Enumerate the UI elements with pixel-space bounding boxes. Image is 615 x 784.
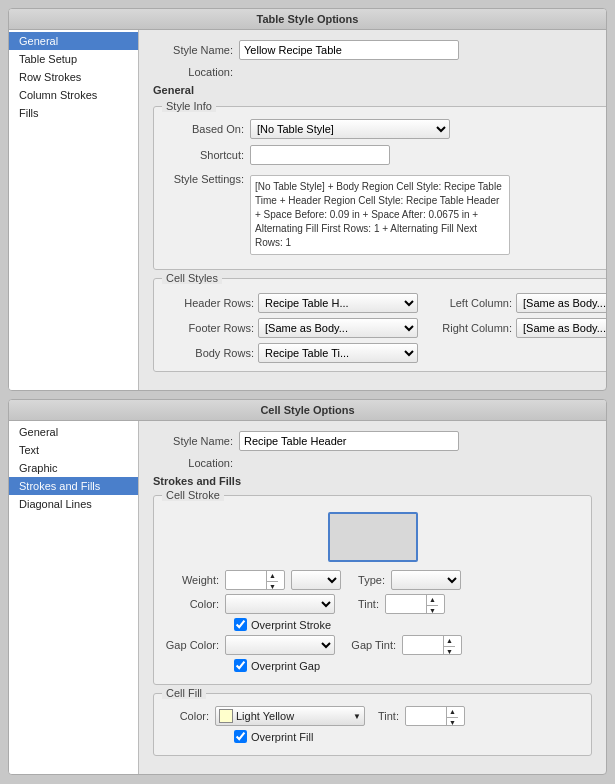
- sidebar-item-general[interactable]: General: [9, 32, 138, 50]
- shortcut-label: Shortcut:: [164, 149, 244, 161]
- sidebar-item-column-strokes[interactable]: Column Strokes: [9, 86, 138, 104]
- sidebar-item-table-setup[interactable]: Table Setup: [9, 50, 138, 68]
- fill-color-arrow-icon: ▼: [353, 712, 361, 721]
- cell-style-name-label: Style Name:: [153, 435, 233, 447]
- table-style-panel: Table Style Options General Table Setup …: [8, 8, 607, 391]
- stroke-preview: [328, 512, 418, 562]
- overprint-gap-label: Overprint Gap: [251, 660, 320, 672]
- style-name-row: Style Name:: [153, 40, 607, 60]
- cell-fill-group: Cell Fill Color: Light Yellow▼ Tint: ▲ ▼: [153, 693, 592, 756]
- gap-tint-label: Gap Tint:: [341, 639, 396, 651]
- fill-color-wrapper[interactable]: Light Yellow▼: [215, 706, 365, 726]
- overprint-fill-row: Overprint Fill: [234, 730, 581, 743]
- tint-arrows[interactable]: ▲ ▼: [426, 595, 438, 613]
- cell-sidebar-text[interactable]: Text: [9, 441, 138, 459]
- left-column-label: Left Column:: [422, 297, 512, 309]
- header-rows-select[interactable]: Recipe Table H...: [258, 293, 418, 313]
- style-info-title: Style Info: [162, 100, 216, 112]
- style-settings-row: Style Settings: [No Table Style] + Body …: [164, 171, 607, 255]
- weight-up-arrow[interactable]: ▲: [267, 571, 278, 582]
- weight-label: Weight:: [164, 574, 219, 586]
- gap-tint-arrows[interactable]: ▲ ▼: [443, 636, 455, 654]
- weight-down-arrow[interactable]: ▼: [267, 582, 278, 590]
- fill-tint-down-arrow[interactable]: ▼: [447, 718, 458, 726]
- gap-tint-down-arrow[interactable]: ▼: [444, 647, 455, 655]
- cell-stroke-group: Cell Stroke Weight: ▲ ▼: [153, 495, 592, 685]
- overprint-fill-label: Overprint Fill: [251, 731, 313, 743]
- weight-arrows[interactable]: ▲ ▼: [266, 571, 278, 589]
- cell-style-sidebar: General Text Graphic Strokes and Fills D…: [9, 421, 139, 774]
- stroke-preview-container: [164, 512, 581, 562]
- cell-sidebar-general[interactable]: General: [9, 423, 138, 441]
- tint-input[interactable]: [386, 595, 426, 613]
- cell-location-label: Location:: [153, 457, 233, 469]
- body-rows-label: Body Rows:: [164, 347, 254, 359]
- cell-sidebar-strokes-fills[interactable]: Strokes and Fills: [9, 477, 138, 495]
- header-rows-label: Header Rows:: [164, 297, 254, 309]
- type-select[interactable]: [391, 570, 461, 590]
- strokes-fills-heading: Strokes and Fills: [153, 475, 592, 487]
- tint-label: Tint:: [341, 598, 379, 610]
- tint-up-arrow[interactable]: ▲: [427, 595, 438, 606]
- overprint-stroke-checkbox[interactable]: [234, 618, 247, 631]
- overprint-stroke-row: Overprint Stroke: [234, 618, 581, 631]
- cell-styles-group: Cell Styles Header Rows: Recipe Table H.…: [153, 278, 607, 372]
- cell-style-name-row: Style Name:: [153, 431, 592, 451]
- body-rows-select[interactable]: Recipe Table Ti...: [258, 343, 418, 363]
- fill-tint-arrows[interactable]: ▲ ▼: [446, 707, 458, 725]
- right-column-select[interactable]: [Same as Body...: [516, 318, 607, 338]
- footer-rows-label: Footer Rows:: [164, 322, 254, 334]
- shortcut-input[interactable]: [250, 145, 390, 165]
- color-select[interactable]: [225, 594, 335, 614]
- fill-tint-up-arrow[interactable]: ▲: [447, 707, 458, 718]
- gap-color-select[interactable]: [225, 635, 335, 655]
- sidebar-item-fills[interactable]: Fills: [9, 104, 138, 122]
- cell-fill-title: Cell Fill: [162, 687, 206, 699]
- footer-rows-select[interactable]: [Same as Body...: [258, 318, 418, 338]
- fill-tint-spinner[interactable]: ▲ ▼: [405, 706, 465, 726]
- gap-color-label: Gap Color:: [164, 639, 219, 651]
- based-on-select[interactable]: [No Table Style]: [250, 119, 450, 139]
- fill-color-text: Light Yellow: [236, 710, 353, 722]
- style-name-label: Style Name:: [153, 44, 233, 56]
- cell-stroke-title: Cell Stroke: [162, 489, 224, 501]
- cell-sidebar-graphic[interactable]: Graphic: [9, 459, 138, 477]
- gap-tint-up-arrow[interactable]: ▲: [444, 636, 455, 647]
- style-settings-label: Style Settings:: [164, 173, 244, 185]
- cell-style-panel-title: Cell Style Options: [9, 400, 606, 421]
- fill-color-label: Color:: [164, 710, 209, 722]
- cell-styles-title: Cell Styles: [162, 272, 222, 284]
- fill-tint-label: Tint:: [371, 710, 399, 722]
- style-settings-value: [No Table Style] + Body Region Cell Styl…: [250, 175, 510, 255]
- overprint-gap-row: Overprint Gap: [234, 659, 581, 672]
- based-on-label: Based On:: [164, 123, 244, 135]
- cell-style-main: Style Name: Location: Strokes and Fills …: [139, 421, 606, 774]
- right-column-label: Right Column:: [422, 322, 512, 334]
- gap-tint-input[interactable]: [403, 636, 443, 654]
- cell-sidebar-diagonal[interactable]: Diagonal Lines: [9, 495, 138, 513]
- general-heading: General: [153, 84, 607, 96]
- table-style-sidebar: General Table Setup Row Strokes Column S…: [9, 30, 139, 390]
- weight-input[interactable]: [226, 571, 266, 589]
- color-label: Color:: [164, 598, 219, 610]
- weight-unit-select[interactable]: [291, 570, 341, 590]
- table-style-panel-title: Table Style Options: [9, 9, 606, 30]
- table-style-main: Style Name: Location: General Style Info…: [139, 30, 607, 390]
- cell-style-name-input[interactable]: [239, 431, 459, 451]
- overprint-fill-checkbox[interactable]: [234, 730, 247, 743]
- location-label: Location:: [153, 66, 233, 78]
- shortcut-row: Shortcut:: [164, 145, 607, 165]
- tint-down-arrow[interactable]: ▼: [427, 606, 438, 614]
- overprint-gap-checkbox[interactable]: [234, 659, 247, 672]
- fill-tint-input[interactable]: [406, 707, 446, 725]
- style-name-input[interactable]: [239, 40, 459, 60]
- sidebar-item-row-strokes[interactable]: Row Strokes: [9, 68, 138, 86]
- based-on-row: Based On: [No Table Style]: [164, 119, 607, 139]
- type-label: Type:: [347, 574, 385, 586]
- tint-spinner[interactable]: ▲ ▼: [385, 594, 445, 614]
- style-info-group: Style Info Based On: [No Table Style] Sh…: [153, 106, 607, 270]
- gap-tint-spinner[interactable]: ▲ ▼: [402, 635, 462, 655]
- left-column-select[interactable]: [Same as Body...: [516, 293, 607, 313]
- weight-spinner[interactable]: ▲ ▼: [225, 570, 285, 590]
- cell-style-panel: Cell Style Options General Text Graphic …: [8, 399, 607, 775]
